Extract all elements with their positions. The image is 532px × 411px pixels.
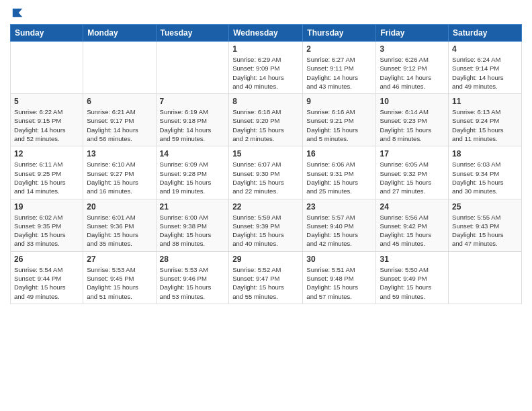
day-number: 16 [306, 149, 372, 158]
day-cell: 2Sunrise: 6:27 AMSunset: 9:11 PMDaylight… [303, 42, 376, 94]
day-info: Sunrise: 6:05 AMSunset: 9:32 PMDaylight:… [380, 160, 445, 195]
logo [10, 7, 24, 19]
day-number: 27 [87, 255, 152, 264]
day-number: 22 [232, 202, 299, 212]
day-number: 30 [306, 255, 372, 264]
day-cell [11, 42, 83, 94]
day-info: Sunrise: 6:19 AMSunset: 9:18 PMDaylight:… [160, 107, 226, 143]
day-number: 14 [160, 149, 226, 158]
day-cell: 7Sunrise: 6:19 AMSunset: 9:18 PMDaylight… [156, 94, 229, 146]
day-number: 5 [14, 97, 79, 106]
day-cell: 20Sunrise: 6:01 AMSunset: 9:36 PMDayligh… [83, 199, 156, 251]
day-number: 6 [87, 97, 152, 106]
day-number: 11 [452, 97, 518, 106]
weekday-header-sunday: Sunday [11, 25, 83, 42]
day-number: 23 [306, 202, 372, 212]
day-cell [449, 251, 522, 304]
day-number: 7 [160, 97, 226, 106]
day-cell: 29Sunrise: 5:52 AMSunset: 9:47 PMDayligh… [229, 251, 303, 304]
calendar: SundayMondayTuesdayWednesdayThursdayFrid… [10, 24, 522, 304]
day-number: 8 [232, 97, 299, 106]
day-cell: 11Sunrise: 6:13 AMSunset: 9:24 PMDayligh… [449, 94, 522, 146]
weekday-header-saturday: Saturday [449, 25, 522, 42]
day-info: Sunrise: 6:27 AMSunset: 9:11 PMDaylight:… [306, 55, 372, 91]
logo-flag-icon [11, 7, 24, 19]
day-number: 13 [87, 149, 152, 158]
day-info: Sunrise: 5:53 AMSunset: 9:45 PMDaylight:… [87, 265, 152, 301]
day-number: 19 [14, 202, 79, 212]
day-number: 26 [14, 255, 79, 264]
day-number: 28 [160, 255, 226, 264]
week-row-1: 1Sunrise: 6:29 AMSunset: 9:09 PMDaylight… [11, 42, 522, 94]
day-info: Sunrise: 6:03 AMSunset: 9:34 PMDaylight:… [452, 160, 518, 195]
day-cell: 6Sunrise: 6:21 AMSunset: 9:17 PMDaylight… [83, 94, 156, 146]
day-info: Sunrise: 6:10 AMSunset: 9:27 PMDaylight:… [87, 160, 152, 195]
day-number: 31 [380, 255, 445, 264]
day-info: Sunrise: 6:22 AMSunset: 9:15 PMDaylight:… [14, 107, 79, 143]
day-number: 17 [380, 149, 445, 158]
week-row-4: 19Sunrise: 6:02 AMSunset: 9:35 PMDayligh… [11, 199, 522, 251]
day-cell: 22Sunrise: 5:59 AMSunset: 9:39 PMDayligh… [229, 199, 303, 251]
weekday-header-thursday: Thursday [303, 25, 376, 42]
day-info: Sunrise: 6:09 AMSunset: 9:28 PMDaylight:… [160, 160, 226, 195]
weekday-header-wednesday: Wednesday [229, 25, 303, 42]
day-cell: 1Sunrise: 6:29 AMSunset: 9:09 PMDaylight… [229, 42, 303, 94]
header [10, 7, 522, 19]
day-info: Sunrise: 5:51 AMSunset: 9:48 PMDaylight:… [306, 265, 372, 301]
day-info: Sunrise: 6:18 AMSunset: 9:20 PMDaylight:… [232, 107, 299, 143]
day-info: Sunrise: 5:59 AMSunset: 9:39 PMDaylight:… [232, 213, 299, 248]
day-info: Sunrise: 6:13 AMSunset: 9:24 PMDaylight:… [452, 107, 518, 143]
day-cell: 27Sunrise: 5:53 AMSunset: 9:45 PMDayligh… [83, 251, 156, 304]
weekday-header-row: SundayMondayTuesdayWednesdayThursdayFrid… [11, 25, 522, 42]
day-info: Sunrise: 6:29 AMSunset: 9:09 PMDaylight:… [232, 55, 299, 91]
week-row-3: 12Sunrise: 6:11 AMSunset: 9:25 PMDayligh… [11, 146, 522, 199]
day-number: 9 [306, 97, 372, 106]
day-cell: 14Sunrise: 6:09 AMSunset: 9:28 PMDayligh… [156, 146, 229, 199]
day-cell: 26Sunrise: 5:54 AMSunset: 9:44 PMDayligh… [11, 251, 83, 304]
weekday-header-tuesday: Tuesday [156, 25, 229, 42]
day-info: Sunrise: 6:07 AMSunset: 9:30 PMDaylight:… [232, 160, 299, 195]
day-number: 24 [380, 202, 445, 212]
day-cell [83, 42, 156, 94]
day-cell: 12Sunrise: 6:11 AMSunset: 9:25 PMDayligh… [11, 146, 83, 199]
week-row-5: 26Sunrise: 5:54 AMSunset: 9:44 PMDayligh… [11, 251, 522, 304]
day-number: 18 [452, 149, 518, 158]
day-cell: 9Sunrise: 6:16 AMSunset: 9:21 PMDaylight… [303, 94, 376, 146]
day-cell: 5Sunrise: 6:22 AMSunset: 9:15 PMDaylight… [11, 94, 83, 146]
day-cell: 28Sunrise: 5:53 AMSunset: 9:46 PMDayligh… [156, 251, 229, 304]
day-cell: 25Sunrise: 5:55 AMSunset: 9:43 PMDayligh… [449, 199, 522, 251]
page: SundayMondayTuesdayWednesdayThursdayFrid… [0, 0, 532, 314]
day-cell: 18Sunrise: 6:03 AMSunset: 9:34 PMDayligh… [449, 146, 522, 199]
day-cell [156, 42, 229, 94]
day-info: Sunrise: 5:55 AMSunset: 9:43 PMDaylight:… [452, 213, 518, 248]
day-number: 4 [452, 44, 518, 54]
week-row-2: 5Sunrise: 6:22 AMSunset: 9:15 PMDaylight… [11, 94, 522, 146]
day-info: Sunrise: 6:00 AMSunset: 9:38 PMDaylight:… [160, 213, 226, 248]
day-cell: 4Sunrise: 6:24 AMSunset: 9:14 PMDaylight… [449, 42, 522, 94]
day-number: 2 [306, 44, 372, 54]
day-info: Sunrise: 6:14 AMSunset: 9:23 PMDaylight:… [380, 107, 445, 143]
day-info: Sunrise: 5:50 AMSunset: 9:49 PMDaylight:… [380, 265, 445, 301]
day-cell: 17Sunrise: 6:05 AMSunset: 9:32 PMDayligh… [376, 146, 449, 199]
day-cell: 16Sunrise: 6:06 AMSunset: 9:31 PMDayligh… [303, 146, 376, 199]
day-number: 15 [232, 149, 299, 158]
day-cell: 19Sunrise: 6:02 AMSunset: 9:35 PMDayligh… [11, 199, 83, 251]
day-cell: 8Sunrise: 6:18 AMSunset: 9:20 PMDaylight… [229, 94, 303, 146]
day-info: Sunrise: 5:53 AMSunset: 9:46 PMDaylight:… [160, 265, 226, 301]
day-info: Sunrise: 6:21 AMSunset: 9:17 PMDaylight:… [87, 107, 152, 143]
day-number: 3 [380, 44, 445, 54]
day-info: Sunrise: 6:16 AMSunset: 9:21 PMDaylight:… [306, 107, 372, 143]
day-cell: 21Sunrise: 6:00 AMSunset: 9:38 PMDayligh… [156, 199, 229, 251]
day-number: 10 [380, 97, 445, 106]
day-info: Sunrise: 6:06 AMSunset: 9:31 PMDaylight:… [306, 160, 372, 195]
day-info: Sunrise: 6:01 AMSunset: 9:36 PMDaylight:… [87, 213, 152, 248]
day-cell: 15Sunrise: 6:07 AMSunset: 9:30 PMDayligh… [229, 146, 303, 199]
day-number: 1 [232, 44, 299, 54]
day-number: 29 [232, 255, 299, 264]
day-info: Sunrise: 5:52 AMSunset: 9:47 PMDaylight:… [232, 265, 299, 301]
day-info: Sunrise: 5:57 AMSunset: 9:40 PMDaylight:… [306, 213, 372, 248]
day-info: Sunrise: 6:02 AMSunset: 9:35 PMDaylight:… [14, 213, 79, 248]
day-cell: 3Sunrise: 6:26 AMSunset: 9:12 PMDaylight… [376, 42, 449, 94]
day-info: Sunrise: 6:24 AMSunset: 9:14 PMDaylight:… [452, 55, 518, 91]
day-cell: 30Sunrise: 5:51 AMSunset: 9:48 PMDayligh… [303, 251, 376, 304]
